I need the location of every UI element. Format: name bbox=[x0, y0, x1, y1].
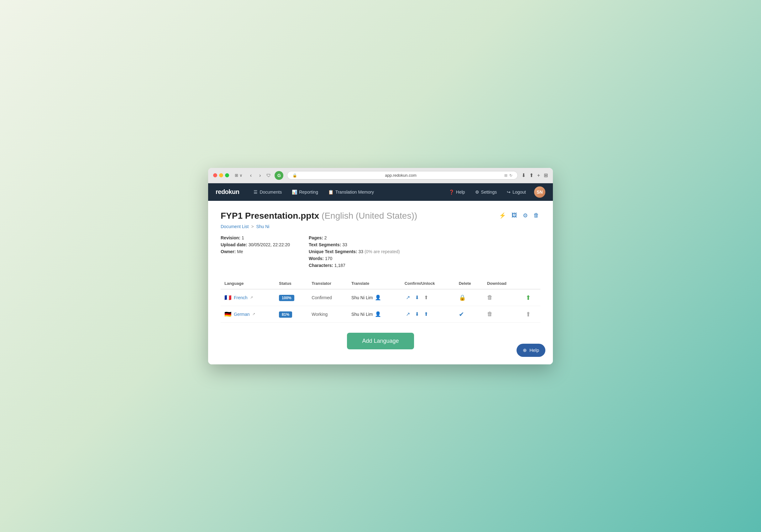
sidebar-toggle-button[interactable]: ⊞ ∨ bbox=[233, 172, 245, 178]
download-browser-icon[interactable]: ⬇ bbox=[522, 172, 526, 178]
shield-icon: 🛡 bbox=[266, 173, 271, 178]
nav-links: ☰ Documents 📊 Reporting 📋 Translation Me… bbox=[249, 187, 444, 197]
gear-button[interactable]: ⚙ bbox=[522, 211, 529, 220]
owner-label: Owner: bbox=[221, 249, 236, 254]
url-bar[interactable]: 🔒 app.redokun.com ⊞ ↻ bbox=[287, 171, 517, 180]
grid-icon[interactable]: ⊞ bbox=[544, 172, 548, 178]
delete-btn-french[interactable]: 🗑 bbox=[487, 294, 493, 301]
minimize-dot[interactable] bbox=[219, 173, 223, 177]
characters-value-text: 1,187 bbox=[334, 263, 345, 268]
url-text: app.redokun.com bbox=[299, 173, 502, 178]
pages-label: Pages: bbox=[309, 235, 323, 240]
translator-name-german: Shu Ni Lim bbox=[351, 312, 373, 317]
status-cell-french: 100% bbox=[275, 289, 308, 306]
meta-owner: Owner: Me bbox=[221, 249, 290, 254]
documents-icon: ☰ bbox=[254, 189, 258, 194]
flag-french: 🇫🇷 bbox=[224, 294, 231, 301]
back-button[interactable]: ‹ bbox=[248, 172, 254, 179]
nav-settings-label: Settings bbox=[481, 189, 497, 194]
translator-cell-german: Shu Ni Lim 👤 bbox=[348, 306, 401, 322]
settings-icon: ⚙ bbox=[475, 189, 479, 194]
nav-logout[interactable]: ↪ Logout bbox=[502, 187, 530, 197]
delete-cell-french: 🗑 bbox=[483, 289, 522, 306]
table-header: Language Status Translator Translate Con… bbox=[221, 278, 540, 289]
status-text-cell-german: Working bbox=[308, 306, 348, 322]
download-cell-german: ⬆ bbox=[522, 306, 540, 322]
nav-documents[interactable]: ☰ Documents bbox=[249, 187, 286, 197]
browser-chrome: ⊞ ∨ ‹ › 🛡 G 🔒 app.redokun.com ⊞ ↻ ⬇ ⬆ + … bbox=[208, 168, 553, 183]
nav-translation-memory-label: Translation Memory bbox=[335, 189, 374, 194]
lock-btn-french[interactable]: 🔒 bbox=[459, 294, 466, 301]
lightning-button[interactable]: ⚡ bbox=[498, 211, 507, 220]
table-row: 🇩🇪 German ↗ 81% Working Shu Ni Lim bbox=[221, 306, 540, 322]
reporting-icon: 📊 bbox=[292, 189, 297, 194]
maximize-dot[interactable] bbox=[225, 173, 229, 177]
translation-memory-icon: 📋 bbox=[328, 189, 333, 194]
col-delete: Delete bbox=[455, 278, 483, 289]
text-segments-value-text: 33 bbox=[342, 242, 347, 247]
status-confirmed: Confirmed bbox=[312, 295, 332, 300]
help-fab-button[interactable]: ⊕ Help bbox=[516, 344, 545, 357]
col-status: Status bbox=[275, 278, 308, 289]
share-icon[interactable]: ⬆ bbox=[529, 172, 533, 178]
nav-reporting[interactable]: 📊 Reporting bbox=[287, 187, 322, 197]
upload-btn-german[interactable]: ⬆ bbox=[423, 310, 430, 318]
browser-window: ⊞ ∨ ‹ › 🛡 G 🔒 app.redokun.com ⊞ ↻ ⬇ ⬆ + … bbox=[208, 168, 553, 364]
download-btn-french[interactable]: ⬇ bbox=[414, 294, 420, 301]
trash-button[interactable]: 🗑 bbox=[532, 211, 540, 220]
open-editor-btn-french[interactable]: ↗ bbox=[405, 294, 411, 301]
status-working: Working bbox=[312, 312, 327, 317]
lang-name-german[interactable]: German bbox=[234, 312, 250, 317]
lang-cell-german: 🇩🇪 German ↗ bbox=[221, 306, 275, 322]
app-logo: redokun bbox=[216, 188, 239, 195]
download-cloud-btn-german[interactable]: ⬆ bbox=[526, 310, 531, 318]
translator-name-french: Shu Ni Lim bbox=[351, 295, 373, 300]
reload-icon[interactable]: ↻ bbox=[509, 173, 512, 178]
close-dot[interactable] bbox=[213, 173, 217, 177]
status-text-cell-french: Confirmed bbox=[308, 289, 348, 306]
breadcrumb: Document List > Shu Ni bbox=[221, 224, 540, 229]
nav-settings[interactable]: ⚙ Settings bbox=[471, 187, 501, 197]
lock-icon: 🔒 bbox=[292, 173, 297, 178]
nav-help-label: Help bbox=[456, 189, 465, 194]
check-btn-german[interactable]: ✔ bbox=[459, 310, 464, 318]
download-cell-french: ⬆ bbox=[522, 289, 540, 306]
lang-name-french[interactable]: French bbox=[234, 295, 248, 300]
translate-icon: ⊞ bbox=[504, 173, 507, 178]
user-icon-german: 👤 bbox=[375, 311, 381, 317]
image-button[interactable]: 🖼 bbox=[510, 211, 518, 220]
col-confirm-unlock: Confirm/Unlock bbox=[401, 278, 455, 289]
logout-icon: ↪ bbox=[507, 189, 510, 194]
text-segments-label: Text Segments: bbox=[309, 242, 341, 247]
meta-col-left: Revision: 1 Upload date: 30/05/2022, 22:… bbox=[221, 235, 290, 268]
characters-label: Characters: bbox=[309, 263, 333, 268]
add-language-button[interactable]: Add Language bbox=[347, 333, 414, 349]
main-content: ⚡ 🖼 ⚙ 🗑 FYP1 Presentation.pptx (English … bbox=[208, 201, 553, 364]
open-editor-btn-german[interactable]: ↗ bbox=[405, 310, 411, 318]
nav-translation-memory[interactable]: 📋 Translation Memory bbox=[324, 187, 378, 197]
forward-button[interactable]: › bbox=[257, 172, 263, 179]
breadcrumb-current: Shu Ni bbox=[256, 224, 269, 229]
new-tab-icon[interactable]: + bbox=[537, 173, 540, 178]
breadcrumb-list-link[interactable]: Document List bbox=[221, 224, 249, 229]
lang-cell-french: 🇫🇷 French ↗ bbox=[221, 289, 275, 306]
help-fab-icon: ⊕ bbox=[523, 347, 527, 353]
delete-btn-german[interactable]: 🗑 bbox=[487, 311, 493, 317]
browser-actions: ⬇ ⬆ + ⊞ bbox=[522, 172, 548, 178]
nav-help[interactable]: ❓ Help bbox=[444, 187, 470, 197]
delete-cell-german: 🗑 bbox=[483, 306, 522, 322]
upload-date-label: Upload date: bbox=[221, 242, 247, 247]
col-translate: Translate bbox=[348, 278, 401, 289]
download-btn-german[interactable]: ⬇ bbox=[414, 310, 420, 318]
meta-characters: Characters: 1,187 bbox=[309, 263, 400, 268]
upload-btn-french[interactable]: ⬆ bbox=[423, 294, 430, 301]
words-value-text: 170 bbox=[325, 256, 332, 261]
confirm-cell-french: 🔒 bbox=[455, 289, 483, 306]
breadcrumb-separator: > bbox=[251, 224, 254, 229]
table-row: 🇫🇷 French ↗ 100% Confirmed Shu Ni Lim bbox=[221, 289, 540, 306]
download-cloud-btn-french[interactable]: ⬆ bbox=[526, 294, 531, 301]
meta-words: Words: 170 bbox=[309, 256, 400, 261]
revision-label: Revision: bbox=[221, 235, 240, 240]
app-navbar: redokun ☰ Documents 📊 Reporting 📋 Transl… bbox=[208, 183, 553, 201]
avatar: SN bbox=[534, 186, 545, 198]
